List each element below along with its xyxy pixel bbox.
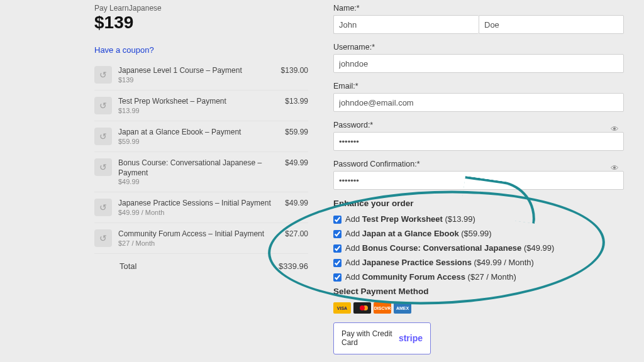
line-title: Test Prep Worksheet – Payment — [118, 97, 281, 107]
stripe-logo: stripe — [399, 333, 423, 343]
enhance-name: Bonus Course: Conversational Japanese — [362, 243, 522, 253]
line-title: Community Forum Access – Initial Payment — [118, 229, 281, 239]
enhance-prefix: Add — [345, 229, 362, 238]
line-price: $13.99 — [281, 97, 308, 106]
eye-icon[interactable]: 👁 — [611, 124, 619, 134]
enhance-item[interactable]: Add Bonus Course: Conversational Japanes… — [333, 243, 624, 253]
enhance-name: Test Prep Worksheet — [362, 214, 443, 224]
visa-icon: VISA — [333, 302, 351, 314]
course-icon: ↺ — [94, 97, 112, 114]
enhance-price: ($59.99) — [459, 229, 492, 238]
amex-icon: AMEX — [394, 302, 411, 314]
line-price: $49.99 — [281, 199, 308, 207]
line-sub: $59.99 — [118, 138, 281, 145]
order-lines: ↺ Japanese Level 1 Course – Payment $139… — [94, 60, 308, 271]
total-row: Total $339.96 — [94, 253, 308, 271]
line-item: ↺ Japanese Practice Sessions – Initial P… — [94, 192, 308, 222]
pay-credit-card-button[interactable]: Pay with Credit Card stripe — [333, 322, 431, 354]
line-price: $27.00 — [281, 229, 308, 238]
payment-cards: VISA DISCVR AMEX — [333, 302, 624, 314]
enhance-price: ($13.99) — [443, 214, 475, 224]
pay-to-label: Pay LearnJapanese — [94, 4, 308, 13]
line-item: ↺ Community Forum Access – Initial Payme… — [94, 222, 308, 253]
enhance-checkbox[interactable] — [333, 273, 341, 282]
total-amount: $339.96 — [279, 261, 308, 271]
select-payment-title: Select Payment Method — [333, 287, 624, 296]
enhance-checkbox[interactable] — [333, 230, 341, 238]
line-price: $59.99 — [281, 128, 308, 136]
line-price: $139.00 — [277, 66, 308, 75]
enhance-name: Community Forum Access — [362, 272, 465, 282]
enhance-name: Japan at a Glance Ebook — [362, 229, 459, 238]
email-field[interactable] — [333, 93, 624, 112]
eye-icon[interactable]: 👁 — [611, 163, 619, 173]
coupon-link[interactable]: Have a coupon? — [94, 45, 308, 55]
line-price: $49.99 — [281, 158, 308, 167]
enhance-checkbox[interactable] — [333, 216, 341, 224]
enhance-item[interactable]: Add Test Prep Worksheet ($13.99) — [333, 214, 624, 224]
line-sub: $49.99 / Month — [118, 209, 281, 216]
enhance-prefix: Add — [345, 258, 362, 267]
line-item: ↺ Test Prep Worksheet – Payment$13.99 $1… — [94, 90, 308, 121]
line-item: ↺ Japanese Level 1 Course – Payment $139… — [94, 60, 308, 90]
password-conf-field[interactable] — [333, 171, 624, 190]
line-sub: $49.99 — [118, 178, 281, 185]
line-item: ↺ Bonus Course: Conversational Japanese … — [94, 151, 308, 192]
last-name-field[interactable] — [479, 15, 624, 34]
enhance-item[interactable]: Add Japan at a Glance Ebook ($59.99) — [333, 229, 624, 238]
course-icon: ↺ — [94, 66, 112, 84]
line-title: Japanese Level 1 Course – Payment — [118, 66, 277, 76]
first-name-field[interactable] — [333, 15, 479, 34]
password-label: Password:* — [333, 121, 624, 129]
enhance-price: ($49.99) — [521, 243, 554, 253]
enhance-checkbox[interactable] — [333, 259, 341, 267]
total-label: Total — [94, 261, 279, 271]
enhance-item[interactable]: Add Community Forum Access ($27 / Month) — [333, 272, 624, 282]
line-sub: $139 — [118, 76, 277, 84]
line-title: Bonus Course: Conversational Japanese – … — [118, 158, 281, 178]
mastercard-icon — [353, 302, 371, 314]
course-icon: ↺ — [94, 128, 112, 145]
enhance-prefix: Add — [345, 243, 362, 253]
enhance-price: ($27 / Month) — [465, 272, 516, 282]
line-sub: $13.99 — [118, 107, 281, 114]
enhance-price: ($49.99 / Month) — [472, 258, 534, 267]
course-icon: ↺ — [94, 199, 112, 216]
order-price: $139 — [94, 13, 308, 33]
line-title: Japan at a Glance Ebook – Payment — [118, 128, 281, 138]
username-label: Username:* — [333, 43, 624, 52]
discover-icon: DISCVR — [374, 302, 391, 314]
enhance-prefix: Add — [345, 214, 362, 224]
line-item: ↺ Japan at a Glance Ebook – Payment$59.9… — [94, 121, 308, 151]
enhance-checkbox[interactable] — [333, 244, 341, 253]
name-label: Name:* — [333, 4, 624, 13]
enhance-prefix: Add — [345, 272, 362, 282]
pay-button-label: Pay with Credit Card — [341, 329, 399, 348]
enhance-title: Enhance your order — [333, 199, 624, 208]
line-sub: $27 / Month — [118, 239, 281, 247]
password-field[interactable] — [333, 132, 624, 151]
enhance-list: Add Test Prep Worksheet ($13.99) Add Jap… — [333, 214, 624, 282]
line-title: Japanese Practice Sessions – Initial Pay… — [118, 199, 281, 209]
course-icon: ↺ — [94, 229, 112, 247]
password-conf-label: Password Confirmation:* — [333, 160, 624, 168]
enhance-item[interactable]: Add Japanese Practice Sessions ($49.99 /… — [333, 258, 624, 267]
email-label: Email:* — [333, 82, 624, 90]
username-field[interactable] — [333, 54, 624, 73]
enhance-name: Japanese Practice Sessions — [362, 258, 472, 267]
course-icon: ↺ — [94, 158, 112, 176]
